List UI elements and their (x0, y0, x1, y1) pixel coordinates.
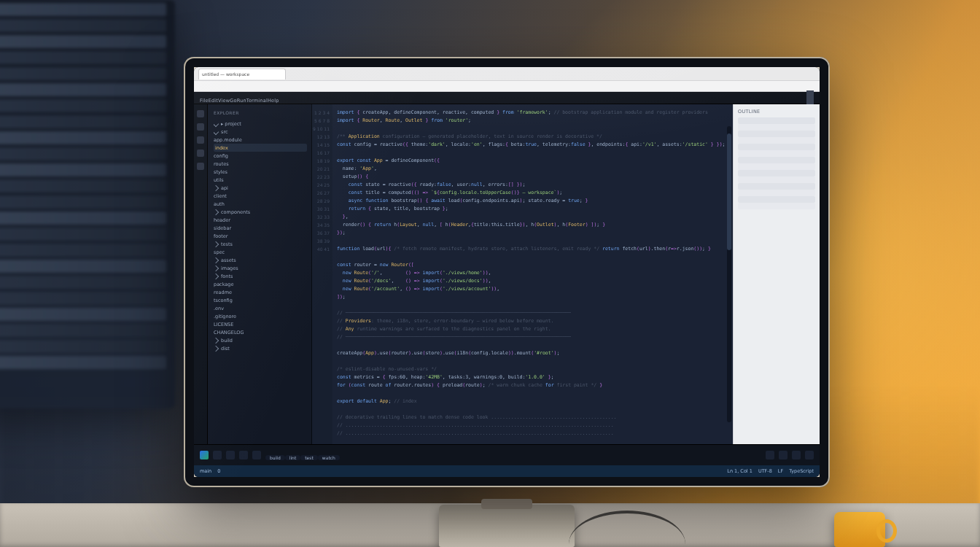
status-lncol[interactable]: Ln 1, Col 1 (727, 468, 752, 474)
explorer-item[interactable]: CHANGELOG (214, 328, 307, 336)
explorer-item[interactable]: api (214, 184, 307, 192)
editor-content[interactable]: import { createApp, defineComponent, rea… (332, 104, 733, 444)
chevron-icon (214, 273, 219, 279)
explorer-item[interactable]: assets (214, 256, 307, 264)
status-bar[interactable]: main 0 Ln 1, Col 1 UTF-8 LF TypeScript (194, 465, 820, 477)
explorer-item[interactable]: .env (214, 304, 307, 312)
taskbar-icon[interactable] (213, 451, 222, 459)
outline-row[interactable] (738, 157, 815, 163)
outline-row[interactable] (738, 131, 815, 137)
explorer-item-label: utils (214, 177, 224, 183)
taskbar-icon[interactable] (226, 451, 235, 459)
explorer-item[interactable]: routes (214, 160, 307, 168)
explorer-item[interactable]: build (214, 336, 307, 344)
browser-tab[interactable]: untitled — workspace (198, 69, 286, 79)
explorer-item-label: .env (214, 306, 224, 311)
taskbar-pill-build[interactable]: build (265, 455, 285, 460)
scm-icon[interactable] (197, 136, 204, 144)
explorer-item[interactable]: config (214, 152, 307, 160)
taskbar-pill-test[interactable]: test (300, 455, 318, 460)
chevron-icon (214, 265, 219, 271)
outline-row[interactable] (738, 170, 815, 176)
explorer-item[interactable]: client (214, 192, 307, 200)
taskbar-icon[interactable] (779, 451, 788, 459)
outline-row[interactable] (738, 117, 815, 124)
explorer-item-label: client (214, 193, 227, 199)
explorer-item[interactable]: app.module (214, 136, 307, 144)
explorer-item[interactable]: LICENSE (214, 320, 307, 328)
status-encoding[interactable]: UTF-8 (758, 468, 772, 474)
explorer-panel[interactable]: Explorer ▸ project src app.module index … (208, 104, 312, 444)
ide-taskbar[interactable]: buildlinttestwatch (194, 444, 820, 465)
explorer-item[interactable]: utils (214, 176, 307, 184)
explorer-item-label: spec (214, 249, 225, 255)
files-icon[interactable] (197, 110, 204, 117)
taskbar-app-icon[interactable] (200, 451, 209, 459)
explorer-item[interactable]: components (214, 208, 307, 216)
explorer-header: Explorer (214, 110, 307, 115)
status-eol[interactable]: LF (778, 468, 783, 474)
search-icon[interactable] (197, 123, 204, 131)
explorer-item[interactable]: spec (214, 248, 307, 256)
outline-row[interactable] (738, 196, 815, 203)
taskbar-icon[interactable] (805, 451, 814, 459)
explorer-item[interactable]: images (214, 264, 307, 272)
outline-row[interactable] (738, 150, 815, 157)
explorer-item[interactable]: src (214, 128, 307, 136)
more-icon[interactable] (812, 90, 814, 106)
explorer-item[interactable]: auth (214, 200, 307, 208)
explorer-item[interactable]: tsconfig (214, 296, 307, 304)
explorer-item[interactable]: styles (214, 168, 307, 176)
menu-go[interactable]: Go (230, 98, 236, 104)
menu-edit[interactable]: Edit (209, 98, 218, 104)
scrollbar-thumb[interactable] (727, 133, 731, 250)
debug-icon[interactable] (197, 150, 204, 157)
status-branch[interactable]: main (200, 468, 211, 474)
explorer-item[interactable]: index (214, 144, 307, 152)
outline-row[interactable] (738, 163, 815, 170)
explorer-item[interactable]: package (214, 280, 307, 288)
menu-file[interactable]: File (200, 98, 209, 104)
secondary-monitor (0, 0, 175, 408)
explorer-item[interactable]: footer (214, 232, 307, 240)
outline-panel[interactable]: Outline (733, 104, 820, 444)
taskbar-icon[interactable] (792, 451, 801, 459)
editor-scrollbar[interactable] (727, 126, 731, 422)
explorer-item[interactable]: header (214, 216, 307, 224)
taskbar-icon[interactable] (239, 451, 248, 459)
outline-row[interactable] (738, 190, 815, 196)
outline-row[interactable] (738, 176, 815, 183)
editor-gutter: 1 2 3 4 5 6 7 8 9 10 11 12 13 14 15 16 1… (312, 104, 332, 444)
menu-run[interactable]: Run (237, 98, 246, 104)
explorer-item[interactable]: readme (214, 288, 307, 296)
taskbar-pill-watch[interactable]: watch (318, 455, 340, 460)
explorer-item[interactable]: fonts (214, 272, 307, 280)
menu-view[interactable]: View (218, 98, 230, 104)
explorer-item[interactable]: ▸ project (214, 120, 307, 128)
taskbar-pill-lint[interactable]: lint (285, 455, 301, 460)
ide-workbench: Explorer ▸ project src app.module index … (194, 104, 820, 444)
taskbar-icon[interactable] (766, 451, 774, 459)
explorer-item-label: package (214, 282, 233, 287)
outline-row[interactable] (738, 144, 815, 150)
explorer-item-label: readme (214, 290, 232, 295)
status-language[interactable]: TypeScript (789, 468, 814, 474)
menu-terminal[interactable]: Terminal (246, 98, 268, 104)
browser-tabstrip[interactable]: untitled — workspace (194, 67, 820, 80)
menu-help[interactable]: Help (268, 98, 279, 104)
outline-row[interactable] (738, 124, 815, 131)
activity-bar[interactable] (194, 104, 208, 444)
extensions-icon[interactable] (197, 163, 204, 170)
outline-row[interactable] (738, 137, 815, 144)
status-problems[interactable]: 0 (217, 468, 220, 474)
browser-address-bar[interactable] (194, 80, 820, 92)
explorer-item[interactable]: tests (214, 240, 307, 248)
explorer-item[interactable]: dist (214, 344, 307, 352)
explorer-item[interactable]: .gitignore (214, 312, 307, 320)
taskbar-icon[interactable] (252, 451, 261, 459)
outline-row[interactable] (738, 203, 815, 209)
outline-row[interactable] (738, 183, 815, 190)
ide-menubar: FileEditViewGoRunTerminalHelp (194, 92, 820, 104)
code-editor[interactable]: 1 2 3 4 5 6 7 8 9 10 11 12 13 14 15 16 1… (312, 104, 733, 444)
explorer-item[interactable]: sidebar (214, 224, 307, 232)
